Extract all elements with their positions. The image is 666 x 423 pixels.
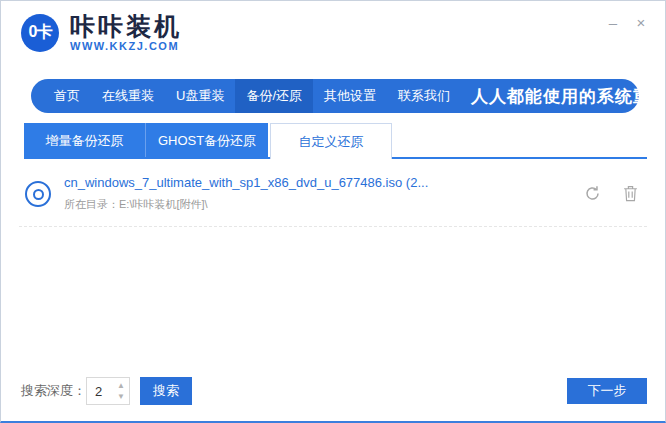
next-step-button[interactable]: 下一步: [567, 378, 647, 404]
nav-item-contact-us[interactable]: 联系我们: [387, 79, 461, 113]
window-controls: – ×: [605, 15, 649, 31]
minimize-icon[interactable]: –: [605, 15, 621, 31]
list-item[interactable]: cn_windows_7_ultimate_with_sp1_x86_dvd_u…: [19, 161, 647, 227]
nav-item-home[interactable]: 首页: [43, 79, 91, 113]
iso-path: 所在目录：E:\咔咔装机[附件]\: [64, 197, 583, 212]
nav-item-usb-reinstall[interactable]: U盘重装: [165, 79, 235, 113]
app-header: 0卡 咔咔装机 WWW.KKZJ.COM: [21, 13, 182, 52]
app-title: 咔咔装机: [70, 13, 182, 39]
logo-text: 0卡: [29, 22, 52, 43]
item-actions: [583, 185, 639, 203]
nav-item-other-settings[interactable]: 其他设置: [313, 79, 387, 113]
brand-block: 咔咔装机 WWW.KKZJ.COM: [70, 13, 182, 52]
nav-item-online-reinstall[interactable]: 在线重装: [91, 79, 165, 113]
app-website: WWW.KKZJ.COM: [70, 40, 182, 52]
disc-icon: [25, 181, 51, 207]
nav-item-backup-restore[interactable]: 备份/还原: [235, 79, 313, 113]
search-button[interactable]: 搜索: [140, 377, 192, 405]
app-logo-icon: 0卡: [21, 14, 59, 52]
nav-slogan: 人人都能使用的系统重装工具: [471, 85, 666, 108]
stepper-down-icon[interactable]: ▼: [117, 391, 125, 402]
iso-list: cn_windows_7_ultimate_with_sp1_x86_dvd_u…: [19, 161, 647, 227]
depth-stepper: ▲ ▼: [117, 380, 125, 402]
refresh-icon[interactable]: [583, 185, 601, 203]
restore-tabs: 增量备份还原 GHOST备份还原 自定义还原: [24, 123, 647, 159]
stepper-up-icon[interactable]: ▲: [117, 380, 125, 391]
tab-custom-restore[interactable]: 自定义还原: [270, 123, 392, 159]
close-icon[interactable]: ×: [633, 15, 649, 31]
search-depth-label: 搜索深度：: [21, 382, 86, 400]
delete-icon[interactable]: [621, 185, 639, 203]
app-window: 0卡 咔咔装机 WWW.KKZJ.COM – × 首页 在线重装 U盘重装 备份…: [0, 0, 666, 423]
tab-incremental-backup-restore[interactable]: 增量备份还原: [24, 123, 146, 159]
main-nav: 首页 在线重装 U盘重装 备份/还原 其他设置 联系我们 人人都能使用的系统重装…: [31, 79, 639, 113]
item-text: cn_windows_7_ultimate_with_sp1_x86_dvd_u…: [64, 175, 583, 212]
footer-bar: 搜索深度： ▲ ▼ 搜索 下一步: [21, 377, 647, 405]
tab-ghost-backup-restore[interactable]: GHOST备份还原: [146, 123, 268, 159]
iso-title: cn_windows_7_ultimate_with_sp1_x86_dvd_u…: [64, 175, 583, 190]
search-depth-input[interactable]: [87, 383, 119, 400]
search-depth-box: ▲ ▼: [86, 377, 130, 405]
